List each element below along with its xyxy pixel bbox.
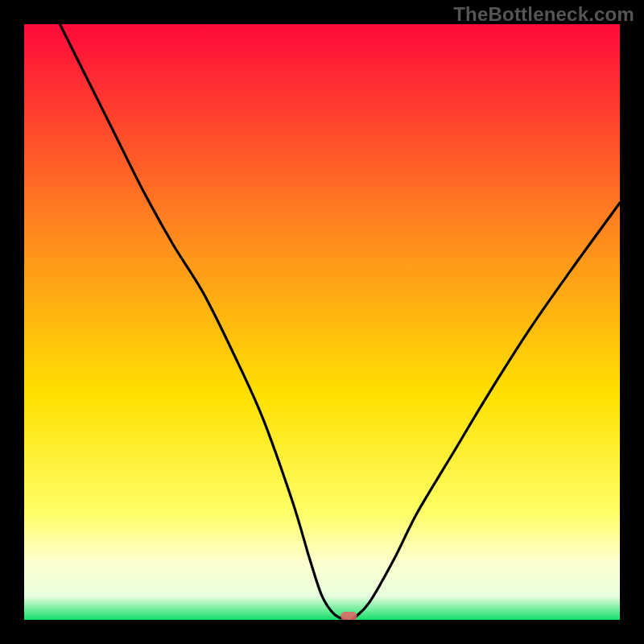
chart-svg bbox=[24, 24, 620, 620]
bottleneck-marker bbox=[341, 612, 357, 620]
plot-area bbox=[24, 24, 620, 620]
watermark-text: TheBottleneck.com bbox=[453, 3, 634, 26]
chart-container: TheBottleneck.com bbox=[0, 0, 644, 644]
gradient-background bbox=[24, 24, 620, 620]
